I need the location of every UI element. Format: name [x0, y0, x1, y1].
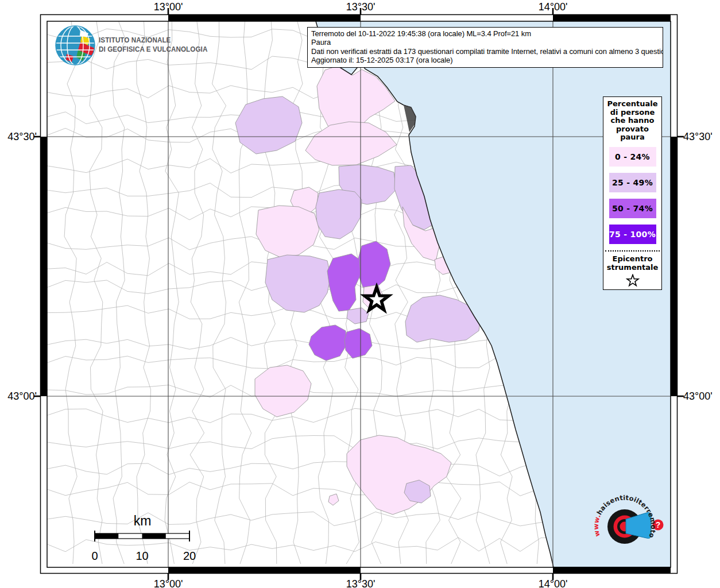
- axis-label-top: 13°00': [154, 1, 183, 13]
- axis-label-left: 43°30': [7, 131, 37, 142]
- axis-label-right: 43°00': [683, 390, 713, 402]
- frame-segment: [40, 137, 47, 396]
- legend-swatch-75-100: 75 - 100%: [609, 225, 656, 244]
- ingv-globe-icon: [54, 24, 96, 67]
- scale-unit-label: km: [134, 513, 152, 528]
- legend-divider: [605, 250, 660, 252]
- axis-label-left: 43°00': [7, 390, 37, 402]
- event-updated-at: Aggiornato il: 15-12-2025 03:17 (ora loc…: [311, 56, 659, 64]
- event-headline: Terremoto del 10-11-2022 19:45:38 (ora l…: [311, 29, 659, 38]
- scale-tick-0: 0: [91, 550, 98, 562]
- watermark-it: .it: [0, 0, 2, 2]
- frame-segment: [671, 137, 678, 396]
- legend-title: Percentuale di persone che hanno provato…: [604, 100, 661, 142]
- frame-segment: [553, 567, 671, 574]
- axis-label-bottom: 13°00': [154, 578, 183, 588]
- frame-segment: [168, 14, 361, 21]
- scale-segment: [142, 533, 166, 539]
- legend-swatch-0-24: 0 - 24%: [609, 147, 656, 167]
- scale-segment: [95, 533, 118, 539]
- legend: Percentuale di persone che hanno provato…: [603, 96, 662, 290]
- ingv-logo-text: ISTITUTO NAZIONALE DI GEOFISICA E VULCAN…: [99, 36, 207, 54]
- event-data-note: Dati non verificati estratti da 173 ques…: [311, 47, 659, 56]
- axis-label-bottom: 13°30': [346, 578, 376, 588]
- axis-label-right: 43°30': [683, 131, 713, 142]
- map-canvas: ? www.haisentitoilterremoto.it km 0 10 2…: [0, 0, 720, 588]
- legend-swatch-50-74: 50 - 74%: [609, 199, 656, 218]
- ingv-logo: ISTITUTO NAZIONALE DI GEOFISICA E VULCAN…: [54, 24, 209, 69]
- axis-label-top: 13°30': [346, 1, 376, 13]
- ingv-felt-map-page: { "title_box": { "line1": "Terremoto del…: [0, 0, 720, 588]
- event-map-type: Paura: [311, 38, 659, 47]
- ingv-logo-line2: DI GEOFISICA E VULCANOLOGIA: [99, 45, 207, 54]
- scale-tick-10: 10: [136, 550, 148, 562]
- legend-star-icon: [625, 274, 640, 288]
- axis-label-top: 14°00': [539, 1, 568, 13]
- axis-label-bottom: 14°00': [539, 578, 568, 588]
- frame-segment: [553, 14, 671, 21]
- event-info-box: Terremoto del 10-11-2022 19:45:38 (ora l…: [307, 27, 663, 68]
- legend-swatch-25-49: 25 - 49%: [609, 173, 656, 192]
- ingv-logo-line1: ISTITUTO NAZIONALE: [99, 36, 207, 45]
- scale-tick-20: 20: [183, 550, 196, 562]
- legend-epicenter-label: Epicentro strumentale: [603, 254, 661, 272]
- frame-segment: [168, 567, 361, 574]
